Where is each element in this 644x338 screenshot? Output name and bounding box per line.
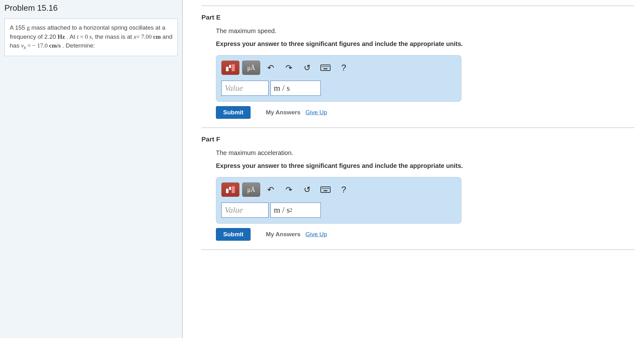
keyboard-button[interactable] <box>318 60 333 75</box>
redo-icon: ↷ <box>285 185 292 195</box>
greek-symbols-button[interactable]: μÅ <box>242 182 260 197</box>
part-actions: Submit My Answers Give Up <box>216 228 635 241</box>
reset-button[interactable]: ↺ <box>299 60 315 75</box>
part-instruction: Express your answer to three significant… <box>216 162 635 169</box>
submit-button[interactable]: Submit <box>216 228 251 241</box>
undo-icon: ↶ <box>267 63 274 73</box>
help-button[interactable]: ? <box>336 182 352 197</box>
keyboard-button[interactable] <box>318 182 333 197</box>
greek-symbols-button[interactable]: μÅ <box>242 60 260 75</box>
answer-input-row: Value m / s2 <box>221 203 456 218</box>
submit-button[interactable]: Submit <box>216 106 251 119</box>
part-prompt: The maximum acceleration. <box>216 149 635 157</box>
value-input[interactable]: Value <box>221 81 268 96</box>
units-input[interactable]: m / s2 <box>270 203 321 218</box>
redo-icon: ↷ <box>285 63 292 73</box>
part-actions: Submit My Answers Give Up <box>216 106 635 119</box>
problem-title: Problem 15.16 <box>4 3 178 13</box>
answer-panel: Part E The maximum speed. Express your a… <box>183 0 644 338</box>
equation-toolbar: μÅ ↶ ↷ ↺ ? <box>221 182 456 197</box>
my-answers-link[interactable]: My Answers <box>266 231 300 238</box>
part-f-block: Part F The maximum acceleration. Express… <box>201 128 635 250</box>
equation-toolbar: μÅ ↶ ↷ ↺ ? <box>221 60 456 75</box>
my-answers-link[interactable]: My Answers <box>266 109 300 116</box>
templates-button[interactable] <box>221 182 240 197</box>
keyboard-icon <box>320 186 330 193</box>
value-input[interactable]: Value <box>221 203 268 218</box>
undo-icon: ↶ <box>267 185 274 195</box>
give-up-link[interactable]: Give Up <box>305 231 327 238</box>
units-input[interactable]: m / s <box>270 81 321 96</box>
reset-icon: ↺ <box>304 63 311 73</box>
problem-sidebar: Problem 15.16 A 155 g mass attached to a… <box>0 0 183 338</box>
templates-button[interactable] <box>221 60 240 75</box>
help-button[interactable]: ? <box>336 60 352 75</box>
templates-icon <box>226 186 235 193</box>
answer-input-box: μÅ ↶ ↷ ↺ ? Value m / s <box>216 55 461 102</box>
keyboard-icon <box>320 65 330 71</box>
part-prompt: The maximum speed. <box>216 27 635 35</box>
part-e-block: Part E The maximum speed. Express your a… <box>201 6 635 128</box>
part-title: Part F <box>201 135 635 143</box>
undo-button[interactable]: ↶ <box>263 182 279 197</box>
redo-button[interactable]: ↷ <box>281 60 297 75</box>
give-up-link[interactable]: Give Up <box>305 109 327 116</box>
reset-icon: ↺ <box>304 185 311 195</box>
redo-button[interactable]: ↷ <box>281 182 297 197</box>
problem-description: A 155 g mass attached to a horizontal sp… <box>4 19 178 56</box>
answer-input-box: μÅ ↶ ↷ ↺ ? Value m / s2 <box>216 177 461 224</box>
undo-button[interactable]: ↶ <box>263 60 279 75</box>
reset-button[interactable]: ↺ <box>299 182 315 197</box>
part-instruction: Express your answer to three significant… <box>216 40 635 48</box>
part-title: Part E <box>201 14 635 21</box>
templates-icon <box>226 64 235 71</box>
answer-input-row: Value m / s <box>221 81 456 96</box>
